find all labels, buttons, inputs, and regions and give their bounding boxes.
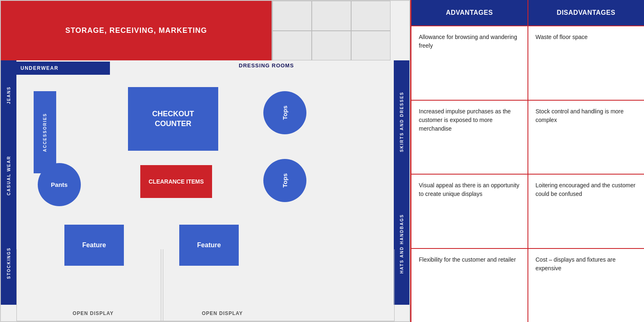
checkout-box: CHECKOUTCOUNTER xyxy=(128,87,218,151)
disadvantage-cell-4: Cost – displays and fixtures are expensi… xyxy=(528,249,644,322)
disadvantage-text-1: Waste of floor space xyxy=(536,33,588,41)
grid-cell xyxy=(312,1,351,31)
grid-cell xyxy=(312,31,351,61)
underwear-label: UNDERWEAR xyxy=(21,65,59,71)
grid-cell xyxy=(351,1,391,31)
table-row: Visual appeal as there is an opportunity… xyxy=(411,174,644,248)
storage-bar: STORAGE, RECEIVING, MARKETING xyxy=(1,1,272,60)
checkout-label: CHECKOUTCOUNTER xyxy=(152,109,194,129)
disadvantages-header: DISADVANTAGES xyxy=(528,0,644,25)
open-display-label-1: OPEN DISPLAY xyxy=(42,310,144,316)
storage-label: STORAGE, RECEIVING, MARKETING xyxy=(65,26,207,35)
clearance-box: CLEARANCE ITEMS xyxy=(140,165,212,198)
advantage-cell-4: Flexibility for the customer and retaile… xyxy=(411,249,528,322)
open-display-label-2: OPEN DISPLAY xyxy=(171,310,274,316)
advantage-text-4: Flexibility for the customer and retaile… xyxy=(419,255,516,264)
right-wall: SKIRTS AND DRESSES HATS AND HANDBAGS xyxy=(394,60,409,305)
dressing-rooms-label: DRESSING ROOMS xyxy=(239,62,294,69)
disadvantage-text-4: Cost – displays and fixtures are expensi… xyxy=(536,255,637,273)
feature1-label: Feature xyxy=(82,242,106,249)
table-row: Increased impulse purchases as the custo… xyxy=(411,100,644,174)
grid-area xyxy=(272,1,391,60)
tops1-label: Tops xyxy=(281,106,288,120)
store-layout-panel: STORAGE, RECEIVING, MARKETING DRESSING R… xyxy=(0,0,410,322)
disadvantage-cell-1: Waste of floor space xyxy=(528,26,644,100)
tops2-label: Tops xyxy=(281,173,288,188)
pants-circle: Pants xyxy=(38,163,81,206)
underwear-section: UNDERWEAR xyxy=(16,62,110,75)
disadvantage-text-2: Stock control and handling is more compl… xyxy=(536,107,637,124)
left-wall: JEANS CASUAL WEAR STOCKINGS xyxy=(1,60,16,305)
accessories-label: ACCESSORIES xyxy=(43,113,47,152)
grid-cell xyxy=(272,31,312,61)
left-wall-label-casual: CASUAL WEAR xyxy=(7,156,11,196)
table-row: Flexibility for the customer and retaile… xyxy=(411,248,644,322)
right-wall-label-hats: HATS AND HANDBAGS xyxy=(400,214,404,274)
left-wall-label-jeans: JEANS xyxy=(7,86,11,104)
advantages-disadvantages-panel: ADVANTAGES DISADVANTAGES Allowance for b… xyxy=(410,0,644,322)
pants-label: Pants xyxy=(51,181,68,188)
table-header: ADVANTAGES DISADVANTAGES xyxy=(411,0,644,25)
clearance-label: CLEARANCE ITEMS xyxy=(148,178,204,185)
disadvantage-cell-2: Stock control and handling is more compl… xyxy=(528,101,644,174)
advantage-text-1: Allowance for browsing and wandering fre… xyxy=(419,33,520,50)
table-row: Allowance for browsing and wandering fre… xyxy=(411,25,644,100)
advantage-text-3: Visual appeal as there is an opportunity… xyxy=(419,181,520,198)
disadvantage-text-3: Loitering encouraged and the customer co… xyxy=(536,181,637,198)
accessories-box: ACCESSORIES xyxy=(34,91,56,173)
tops2-circle: Tops xyxy=(263,159,306,202)
advantage-cell-1: Allowance for browsing and wandering fre… xyxy=(411,26,528,100)
advantage-cell-3: Visual appeal as there is an opportunity… xyxy=(411,175,528,248)
tops1-circle: Tops xyxy=(263,91,306,134)
advantage-text-2: Increased impulse purchases as the custo… xyxy=(419,107,520,133)
advantages-header: ADVANTAGES xyxy=(411,0,528,25)
grid-cell xyxy=(272,1,312,31)
feature2-label: Feature xyxy=(197,242,221,249)
table-rows: Allowance for browsing and wandering fre… xyxy=(411,25,644,322)
disadvantage-cell-3: Loitering encouraged and the customer co… xyxy=(528,175,644,248)
grid-cell xyxy=(351,31,391,61)
left-wall-label-stockings: STOCKINGS xyxy=(7,247,11,279)
advantage-cell-2: Increased impulse purchases as the custo… xyxy=(411,101,528,174)
right-wall-label-skirts: SKIRTS AND DRESSES xyxy=(400,92,404,152)
